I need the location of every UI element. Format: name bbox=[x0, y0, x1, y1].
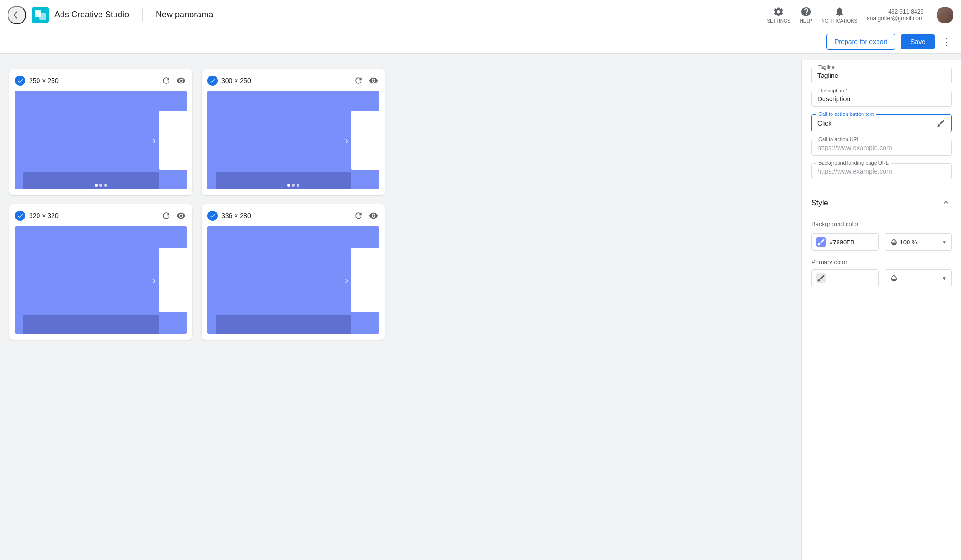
ad-panel-bottom-320 bbox=[23, 315, 159, 334]
refresh-button-250[interactable] bbox=[160, 75, 172, 86]
avatar-image bbox=[937, 7, 953, 23]
opacity-chevron-icon: ▼ bbox=[942, 240, 946, 245]
ad-dot-300-2 bbox=[292, 184, 295, 187]
ad-preview-336: › bbox=[207, 226, 379, 334]
header-divider bbox=[142, 8, 143, 22]
ad-panel-bottom-250 bbox=[23, 172, 159, 189]
ad-check-336[interactable] bbox=[207, 211, 218, 221]
preview-button-250[interactable] bbox=[175, 75, 187, 86]
color-row-bg: #7990FB 100 % ▼ bbox=[811, 233, 952, 251]
ad-size-label-250: 250 × 250 bbox=[29, 77, 160, 84]
primary-color-paint-icon bbox=[816, 273, 826, 283]
tagline-input[interactable] bbox=[817, 72, 946, 79]
opacity-field[interactable]: 100 % ▼ bbox=[885, 233, 952, 251]
ad-dot-2 bbox=[99, 184, 102, 187]
primary-color-field[interactable] bbox=[811, 269, 879, 287]
ad-card-actions-250 bbox=[160, 75, 187, 86]
settings-label: SETTINGS bbox=[767, 18, 790, 23]
help-button[interactable]: HELP bbox=[800, 6, 812, 23]
user-email: ana.gotter@gmail.com bbox=[867, 15, 923, 22]
prepare-export-button[interactable]: Prepare for export bbox=[826, 34, 895, 50]
header-right: SETTINGS HELP NOTIFICATIONS 432-911-8429… bbox=[767, 6, 953, 23]
ad-inner-336: › bbox=[207, 226, 379, 334]
ad-preview-320: › bbox=[15, 226, 187, 334]
right-panel: Tagline Description 1 Call to action but… bbox=[801, 60, 961, 560]
settings-button[interactable]: SETTINGS bbox=[767, 6, 790, 23]
ad-dots-250 bbox=[95, 184, 107, 187]
ad-card-header-320: 320 × 320 bbox=[15, 210, 187, 221]
ad-check-250[interactable] bbox=[15, 76, 25, 86]
refresh-button-320[interactable] bbox=[160, 210, 172, 221]
primary-opacity-chevron-icon: ▼ bbox=[942, 276, 946, 281]
save-button[interactable]: Save bbox=[901, 34, 935, 49]
bg-url-field-wrapper: Background landing page URL bbox=[811, 163, 952, 179]
preview-button-336[interactable] bbox=[368, 210, 379, 221]
ad-card-336: 336 × 280 › bbox=[202, 204, 385, 340]
preview-button-300[interactable] bbox=[368, 75, 379, 86]
avatar[interactable] bbox=[937, 7, 953, 23]
ad-preview-300: › bbox=[207, 91, 379, 189]
app-name: Ads Creative Studio bbox=[54, 10, 129, 20]
ad-inner-320: › bbox=[15, 226, 187, 334]
help-label: HELP bbox=[800, 18, 812, 23]
cta-url-floating-label: Call to action URL * bbox=[816, 136, 865, 142]
description1-input[interactable] bbox=[817, 95, 946, 103]
tagline-field-group: Tagline bbox=[811, 68, 952, 83]
ad-dot-3 bbox=[104, 184, 107, 187]
header: Ads Creative Studio New panorama SETTING… bbox=[0, 0, 961, 30]
bg-url-field-group: Background landing page URL bbox=[811, 163, 952, 179]
ad-card-actions-336 bbox=[353, 210, 379, 221]
ad-size-label-300: 300 × 250 bbox=[221, 77, 353, 84]
back-button[interactable] bbox=[8, 6, 26, 24]
ad-card-250: 250 × 250 › bbox=[9, 69, 192, 195]
ad-card-header-300: 300 × 250 bbox=[207, 75, 379, 86]
ad-inner-300: › bbox=[207, 91, 379, 189]
cta-url-field-group: Call to action URL * bbox=[811, 140, 952, 156]
collapse-style-button[interactable] bbox=[940, 197, 952, 209]
ad-panel-right-336 bbox=[351, 248, 379, 312]
preview-button-320[interactable] bbox=[175, 210, 187, 221]
style-header: Style bbox=[811, 189, 952, 213]
cta-url-field-wrapper: Call to action URL * bbox=[811, 140, 952, 156]
ad-dot-300-3 bbox=[297, 184, 299, 187]
bg-color-field[interactable]: #7990FB bbox=[811, 233, 879, 251]
refresh-button-300[interactable] bbox=[353, 75, 364, 86]
ad-nav-arrow-336: › bbox=[345, 275, 348, 286]
bg-color-paint-icon bbox=[816, 237, 826, 247]
ad-size-label-336: 336 × 280 bbox=[221, 212, 353, 219]
ad-nav-arrow-250: › bbox=[153, 135, 156, 146]
cta-field-wrapper: Call to action button text bbox=[811, 114, 952, 132]
ad-panel-right-320 bbox=[159, 248, 187, 312]
ad-size-label-320: 320 × 320 bbox=[29, 212, 160, 219]
style-title: Style bbox=[811, 199, 828, 207]
ad-check-320[interactable] bbox=[15, 211, 25, 221]
refresh-button-336[interactable] bbox=[353, 210, 364, 221]
app-logo bbox=[32, 7, 49, 23]
primary-color-row: ▼ bbox=[811, 269, 952, 287]
user-phone: 432-911-8429 bbox=[888, 8, 923, 15]
bg-color-label: Background color bbox=[811, 220, 952, 227]
ad-panel-bottom-300 bbox=[216, 172, 351, 189]
ad-check-300[interactable] bbox=[207, 76, 218, 86]
ad-card-actions-320 bbox=[160, 210, 187, 221]
bg-url-input[interactable] bbox=[817, 167, 946, 175]
primary-opacity-field[interactable]: ▼ bbox=[885, 269, 952, 287]
ad-card-header-250: 250 × 250 bbox=[15, 75, 187, 86]
page-title: New panorama bbox=[156, 10, 213, 20]
ad-card-320: 320 × 320 › bbox=[9, 204, 192, 340]
description1-field-group: Description 1 bbox=[811, 91, 952, 107]
notifications-label: NOTIFICATIONS bbox=[822, 18, 857, 23]
ad-preview-250: › bbox=[15, 91, 187, 189]
cta-floating-label: Call to action button text bbox=[816, 111, 876, 117]
cta-input[interactable] bbox=[812, 115, 930, 132]
ad-card-actions-300 bbox=[353, 75, 379, 86]
notifications-button[interactable]: NOTIFICATIONS bbox=[822, 6, 857, 23]
cta-paint-button[interactable] bbox=[930, 115, 951, 132]
ad-panel-right-250 bbox=[159, 111, 187, 170]
ad-dot-1 bbox=[95, 184, 98, 187]
cta-url-input[interactable] bbox=[817, 144, 946, 151]
more-button[interactable]: ⋮ bbox=[940, 34, 953, 49]
ad-nav-arrow-320: › bbox=[153, 275, 156, 286]
ad-panel-right-300 bbox=[351, 111, 379, 170]
bg-color-value: #7990FB bbox=[830, 239, 874, 246]
